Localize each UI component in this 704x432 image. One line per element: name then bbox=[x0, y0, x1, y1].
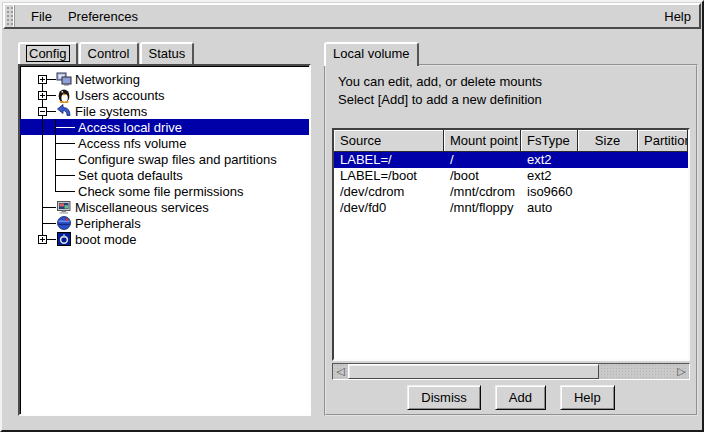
add-button[interactable]: Add bbox=[495, 385, 546, 410]
panel-buttons: Dismiss Add Help bbox=[326, 385, 696, 410]
tree-item-file-systems[interactable]: File systems bbox=[20, 103, 309, 119]
scrollbar-thumb[interactable] bbox=[348, 364, 599, 379]
tree-item-boot-mode[interactable]: boot mode bbox=[20, 231, 309, 247]
cell-mount-point: /mnt/floppy bbox=[444, 200, 521, 216]
tree-item-label: Configure swap files and partitions bbox=[75, 152, 280, 167]
dismiss-button[interactable]: Dismiss bbox=[407, 385, 481, 410]
tree-item-check-some-file-permissions[interactable]: Check some file permissions bbox=[20, 183, 309, 199]
mount-row-label-boot[interactable]: LABEL=/boot/bootext2 bbox=[334, 168, 688, 184]
config-tree-rows: Networking Users accounts File systemsAc… bbox=[20, 66, 309, 247]
panel-hints: You can edit, add, or delete mounts Sele… bbox=[338, 73, 542, 109]
cell-fstype: ext2 bbox=[521, 168, 578, 184]
users-accounts-icon bbox=[56, 87, 72, 103]
tree-item-label: Peripherals bbox=[72, 216, 144, 231]
tab-local-volume[interactable]: Local volume bbox=[324, 42, 419, 66]
menu-bar: File Preferences Help bbox=[3, 3, 701, 29]
left-notebook-tabs: ConfigControlStatus bbox=[18, 42, 195, 65]
hint-line-1: You can edit, add, or delete mounts bbox=[338, 73, 542, 91]
column-header-size[interactable]: Size bbox=[578, 130, 638, 152]
tree-trunk-line bbox=[42, 79, 43, 239]
tree-connector bbox=[47, 95, 56, 96]
tree-connector bbox=[43, 207, 56, 208]
cell-source: /dev/cdrom bbox=[334, 184, 444, 200]
cell-fstype: iso9660 bbox=[521, 184, 578, 200]
tree-item-networking[interactable]: Networking bbox=[20, 71, 309, 87]
cell-partition bbox=[638, 184, 688, 200]
mount-row-dev-cdrom[interactable]: /dev/cdrom/mnt/cdromiso9660 bbox=[334, 184, 688, 200]
mounts-table: SourceMount pointFsTypeSizePartition LAB… bbox=[332, 128, 690, 361]
menubar-grip-handle[interactable] bbox=[5, 5, 15, 27]
tree-item-label: Set quota defaults bbox=[75, 168, 186, 183]
column-header-fstype[interactable]: FsType bbox=[521, 130, 578, 152]
scrollbar-left-arrow-icon[interactable]: ◁ bbox=[333, 364, 348, 379]
tree-item-label: Miscellaneous services bbox=[72, 200, 212, 215]
tree-item-users-accounts[interactable]: Users accounts bbox=[20, 87, 309, 103]
mounts-table-body: LABEL=//ext2LABEL=/boot/bootext2/dev/cdr… bbox=[334, 152, 688, 216]
column-header-partition[interactable]: Partition bbox=[638, 130, 688, 152]
tree-item-miscellaneous-services[interactable]: Miscellaneous services bbox=[20, 199, 309, 215]
config-tree-panel: Networking Users accounts File systemsAc… bbox=[18, 64, 311, 416]
app-window: File Preferences Help ConfigControlStatu… bbox=[0, 0, 704, 432]
cell-size bbox=[578, 168, 638, 184]
tree-connector bbox=[47, 79, 56, 80]
local-volume-panel: You can edit, add, or delete mounts Sele… bbox=[324, 64, 698, 416]
column-header-mount-point[interactable]: Mount point bbox=[444, 130, 521, 152]
expand-box-icon[interactable] bbox=[38, 75, 47, 84]
cell-mount-point: /mnt/cdrom bbox=[444, 184, 521, 200]
scrollbar-right-arrow-icon[interactable]: ▷ bbox=[674, 364, 689, 379]
column-header-source[interactable]: Source bbox=[334, 130, 444, 152]
tree-connector bbox=[55, 175, 75, 176]
tree-item-label: Networking bbox=[72, 72, 143, 87]
cell-size bbox=[578, 152, 638, 168]
help-button[interactable]: Help bbox=[560, 385, 615, 410]
tab-status[interactable]: Status bbox=[140, 42, 195, 64]
tree-item-label: Access nfs volume bbox=[75, 136, 189, 151]
cell-fstype: auto bbox=[521, 200, 578, 216]
menu-file[interactable]: File bbox=[23, 6, 60, 27]
tab-config-label: Config bbox=[27, 46, 69, 61]
cell-size bbox=[578, 200, 638, 216]
tree-item-set-quota-defaults[interactable]: Set quota defaults bbox=[20, 167, 309, 183]
tree-connector bbox=[47, 111, 56, 112]
tree-item-access-local-drive[interactable]: Access local drive bbox=[20, 119, 309, 135]
menu-preferences[interactable]: Preferences bbox=[60, 6, 146, 27]
tree-child-line bbox=[55, 119, 56, 191]
cell-mount-point: / bbox=[444, 152, 521, 168]
tree-connector bbox=[55, 159, 75, 160]
tree-item-label: Check some file permissions bbox=[75, 184, 246, 199]
hint-line-2: Select [Add] to add a new definition bbox=[338, 91, 542, 109]
horizontal-scrollbar[interactable]: ◁ ▷ bbox=[332, 363, 690, 380]
mount-row-dev-fd0[interactable]: /dev/fd0/mnt/floppyauto bbox=[334, 200, 688, 216]
cell-partition bbox=[638, 152, 688, 168]
boot-mode-icon bbox=[56, 231, 72, 247]
tree-item-label: boot mode bbox=[72, 232, 139, 247]
tab-config[interactable]: Config bbox=[18, 42, 78, 64]
collapse-box-icon[interactable] bbox=[38, 107, 47, 116]
menu-help[interactable]: Help bbox=[656, 6, 699, 27]
expand-box-icon[interactable] bbox=[38, 235, 47, 244]
tree-connector bbox=[47, 239, 56, 240]
networking-icon bbox=[56, 71, 72, 87]
mount-row-label[interactable]: LABEL=//ext2 bbox=[334, 152, 688, 168]
tree-connector bbox=[55, 127, 75, 128]
tree-item-label: Access local drive bbox=[75, 120, 185, 135]
file-systems-icon bbox=[56, 103, 72, 119]
expand-box-icon[interactable] bbox=[38, 91, 47, 100]
cell-mount-point: /boot bbox=[444, 168, 521, 184]
peripherals-icon bbox=[56, 215, 72, 231]
tab-control[interactable]: Control bbox=[79, 42, 139, 64]
miscellaneous-services-icon bbox=[56, 199, 72, 215]
tree-connector bbox=[43, 223, 56, 224]
tree-connector bbox=[55, 191, 75, 192]
tree-item-label: File systems bbox=[72, 104, 150, 119]
cell-size bbox=[578, 184, 638, 200]
cell-source: LABEL=/boot bbox=[334, 168, 444, 184]
tree-item-label: Users accounts bbox=[72, 88, 168, 103]
tree-item-peripherals[interactable]: Peripherals bbox=[20, 215, 309, 231]
tree-connector bbox=[55, 143, 75, 144]
tree-item-access-nfs-volume[interactable]: Access nfs volume bbox=[20, 135, 309, 151]
mounts-table-header: SourceMount pointFsTypeSizePartition bbox=[334, 130, 688, 152]
cell-partition bbox=[638, 168, 688, 184]
cell-source: /dev/fd0 bbox=[334, 200, 444, 216]
tree-item-configure-swap-files-and-partitions[interactable]: Configure swap files and partitions bbox=[20, 151, 309, 167]
